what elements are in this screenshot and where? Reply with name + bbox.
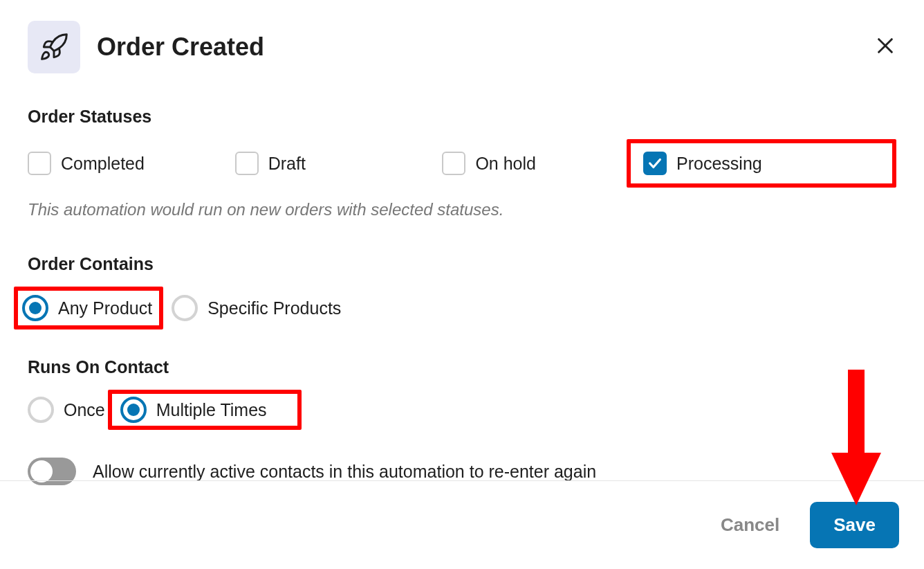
- dialog-footer: Cancel Save: [0, 480, 924, 548]
- radio-any-product[interactable]: Any Product: [22, 295, 152, 321]
- highlight-multiple-times: Multiple Times: [108, 390, 302, 430]
- status-processing-label: Processing: [676, 154, 762, 174]
- status-on-hold-label: On hold: [475, 154, 536, 174]
- radio-multiple-label: Multiple Times: [156, 400, 267, 420]
- order-contains-label: Order Contains: [28, 254, 896, 274]
- statuses-helper-text: This automation would run on new orders …: [28, 200, 896, 219]
- checkbox-on-hold[interactable]: [442, 152, 465, 175]
- status-on-hold[interactable]: On hold: [442, 152, 627, 175]
- radio-specific-products[interactable]: Specific Products: [172, 295, 341, 321]
- checkbox-draft[interactable]: [235, 152, 259, 175]
- status-completed[interactable]: Completed: [28, 152, 235, 175]
- checkbox-processing[interactable]: [643, 152, 667, 175]
- order-statuses-section: Order Statuses Completed Draft On hold P…: [28, 107, 896, 219]
- dialog-title: Order Created: [97, 33, 264, 62]
- radio-once[interactable]: Once: [28, 397, 105, 423]
- runs-on-contact-section: Runs On Contact Once Multiple Times: [28, 357, 896, 430]
- order-statuses-label: Order Statuses: [28, 107, 896, 127]
- radio-once-label: Once: [64, 400, 105, 420]
- status-completed-label: Completed: [61, 154, 145, 174]
- status-draft[interactable]: Draft: [235, 152, 443, 175]
- highlight-any-product: Any Product: [14, 287, 163, 329]
- radio-once-control[interactable]: [28, 397, 54, 423]
- radio-any-product-label: Any Product: [58, 298, 152, 318]
- checkbox-completed[interactable]: [28, 152, 51, 175]
- cancel-button[interactable]: Cancel: [721, 514, 779, 536]
- reenter-toggle-label: Allow currently active contacts in this …: [93, 462, 596, 482]
- status-draft-label: Draft: [268, 154, 306, 174]
- status-processing[interactable]: Processing: [643, 152, 869, 175]
- radio-specific-products-control[interactable]: [172, 295, 198, 321]
- radio-any-product-control[interactable]: [22, 295, 48, 321]
- rocket-icon: [28, 21, 80, 73]
- runs-on-contact-label: Runs On Contact: [28, 357, 896, 377]
- radio-multiple[interactable]: Multiple Times: [120, 397, 267, 423]
- radio-multiple-control[interactable]: [120, 397, 147, 423]
- save-button[interactable]: Save: [810, 502, 899, 548]
- radio-specific-products-label: Specific Products: [207, 298, 341, 318]
- dialog-header: Order Created: [28, 21, 896, 73]
- highlight-processing: Processing: [627, 139, 896, 188]
- close-icon[interactable]: [874, 35, 896, 60]
- order-contains-section: Order Contains Any Product Specific Prod…: [28, 254, 896, 329]
